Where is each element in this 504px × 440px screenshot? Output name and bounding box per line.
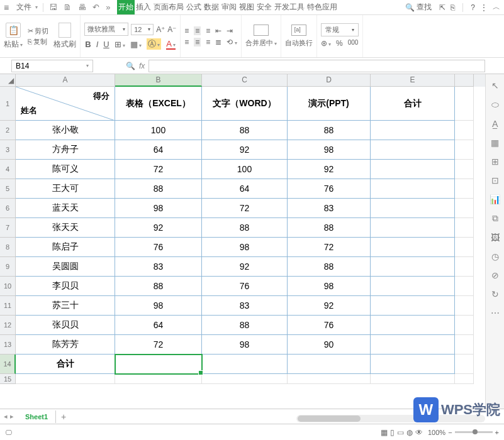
indent-decrease-icon[interactable]: ⇤ (215, 26, 221, 35)
tab-special[interactable]: 特色应用 (306, 0, 339, 14)
cell[interactable] (455, 199, 474, 218)
align-bottom-icon[interactable]: ≡ (206, 26, 210, 35)
kebab-icon[interactable]: ⋮ (480, 3, 488, 12)
cell-word[interactable]: 88 (202, 316, 288, 335)
hamburger-icon[interactable]: ≡ (0, 3, 13, 13)
cell-word[interactable]: 83 (202, 296, 288, 316)
cell[interactable] (455, 335, 474, 355)
cell-name[interactable]: 方舟子 (16, 140, 115, 160)
cell[interactable] (455, 316, 474, 335)
cell-total[interactable] (371, 238, 455, 257)
cell[interactable] (455, 218, 474, 238)
cell-excel[interactable]: 72 (115, 160, 202, 179)
cell-excel[interactable]: 92 (115, 218, 202, 238)
tab-view[interactable]: 视图 (238, 0, 255, 14)
copy-button[interactable]: ⎘复制 (28, 37, 48, 47)
align-middle-icon[interactable]: ≡ (194, 26, 201, 35)
cell-name[interactable]: 张天天 (16, 218, 115, 238)
cell[interactable] (455, 374, 474, 384)
scrollbar-thumb[interactable] (298, 415, 361, 422)
header-word[interactable]: 文字（WORD） (202, 87, 288, 121)
more-panel-icon[interactable]: ⋯ (491, 308, 500, 318)
cell-excel[interactable]: 64 (115, 316, 202, 335)
undo-icon[interactable]: ↶ (89, 3, 103, 12)
cell-total[interactable] (371, 277, 455, 296)
page-view-icon[interactable]: ▯ (390, 428, 395, 437)
cell-total[interactable] (371, 257, 455, 277)
cell-word[interactable]: 98 (202, 238, 288, 257)
sheet-tab-active[interactable]: Sheet1 (18, 410, 56, 423)
fill-color-button[interactable]: Ⓐ (147, 38, 161, 50)
col-header-c[interactable]: C (202, 74, 288, 87)
border-button[interactable]: ⊞ (115, 40, 125, 49)
tool3-icon[interactable]: ⊘ (491, 270, 499, 280)
selected-cell-b14[interactable] (115, 355, 202, 374)
cell-total[interactable] (371, 160, 455, 179)
format-painter-icon[interactable] (59, 23, 71, 38)
row-header-10[interactable]: 10 (0, 277, 16, 296)
fx-icon[interactable]: fx (139, 62, 145, 70)
cell-name[interactable]: 吴圆圆 (16, 257, 115, 277)
row-header-4[interactable]: 4 (0, 160, 16, 179)
tab-pagelayout[interactable]: 页面布局 (152, 0, 185, 14)
box-icon[interactable]: ⎘ (451, 3, 455, 12)
tool1-icon[interactable]: ⊞ (491, 157, 499, 167)
bold-button[interactable]: B (85, 40, 91, 49)
cell-total[interactable] (371, 218, 455, 238)
cell-name[interactable]: 张小敬 (16, 121, 115, 140)
zoom-out-icon[interactable]: − (448, 429, 452, 436)
cell-name[interactable]: 蓝天天 (16, 199, 115, 218)
header-excel[interactable]: 表格（EXCEL） (115, 87, 202, 121)
cell-word[interactable]: 92 (202, 257, 288, 277)
cell-name[interactable]: 陈启子 (16, 238, 115, 257)
cell-name[interactable]: 李贝贝 (16, 277, 115, 296)
cell[interactable] (115, 374, 202, 384)
currency-button[interactable]: ⊛ (321, 39, 331, 50)
file-menu[interactable]: 文件 (13, 2, 35, 13)
indent-increase-icon[interactable]: ⇥ (227, 26, 233, 35)
row-header-5[interactable]: 5 (0, 179, 16, 199)
zoom-label[interactable]: 100% (428, 429, 445, 436)
col-header-f[interactable] (455, 74, 474, 87)
cell-ppt[interactable]: 83 (288, 199, 371, 218)
tab-insert[interactable]: 插入 (135, 0, 152, 14)
cell-total[interactable] (371, 316, 455, 335)
cell[interactable] (455, 296, 474, 316)
help-icon[interactable]: ? (471, 3, 475, 12)
cell-total[interactable] (371, 140, 455, 160)
cell-excel[interactable]: 76 (115, 238, 202, 257)
align-right-icon[interactable]: ≡ (206, 38, 210, 47)
tab-formula[interactable]: 公式 (185, 0, 203, 14)
font-style-icon[interactable]: A̲ (492, 119, 498, 129)
col-header-b[interactable]: B (115, 74, 202, 87)
align-center-icon[interactable]: ≡ (194, 38, 201, 47)
more-icon[interactable]: » (103, 3, 113, 12)
wrap-text-icon[interactable]: [a] (291, 25, 306, 36)
row-header-3[interactable]: 3 (0, 140, 16, 160)
cell-word[interactable]: 98 (202, 335, 288, 355)
cell[interactable] (371, 355, 455, 374)
cell-name[interactable]: 陈可义 (16, 160, 115, 179)
cell[interactable] (16, 374, 115, 384)
add-sheet-button[interactable]: + (56, 412, 71, 422)
cell[interactable] (371, 374, 455, 384)
cell[interactable] (455, 257, 474, 277)
cell-ppt[interactable]: 88 (288, 218, 371, 238)
file-dropdown-icon[interactable]: ▾ (35, 4, 40, 10)
image-icon[interactable]: 🖼 (491, 233, 500, 243)
cell-name[interactable]: 王大可 (16, 179, 115, 199)
cell-ppt[interactable]: 88 (288, 257, 371, 277)
cut-button[interactable]: ✂剪切 (28, 26, 48, 36)
chart-icon[interactable]: 📊 (490, 194, 500, 204)
row-header-1[interactable]: 1 (0, 87, 16, 121)
cell-style-button[interactable]: ▦ (130, 40, 142, 49)
row-header-12[interactable]: 12 (0, 316, 16, 335)
share-icon[interactable]: ⇱ (439, 3, 445, 12)
gauge-icon[interactable]: ◷ (491, 251, 499, 261)
cell-total[interactable] (371, 335, 455, 355)
total-label-cell[interactable]: 合计 (16, 355, 115, 374)
cell-word[interactable]: 88 (202, 218, 288, 238)
tab-developer[interactable]: 开发工具 (273, 0, 306, 14)
font-name-select[interactable]: 微软雅黑▾ (84, 23, 128, 36)
format-painter-button[interactable]: 格式刷 (53, 39, 76, 50)
